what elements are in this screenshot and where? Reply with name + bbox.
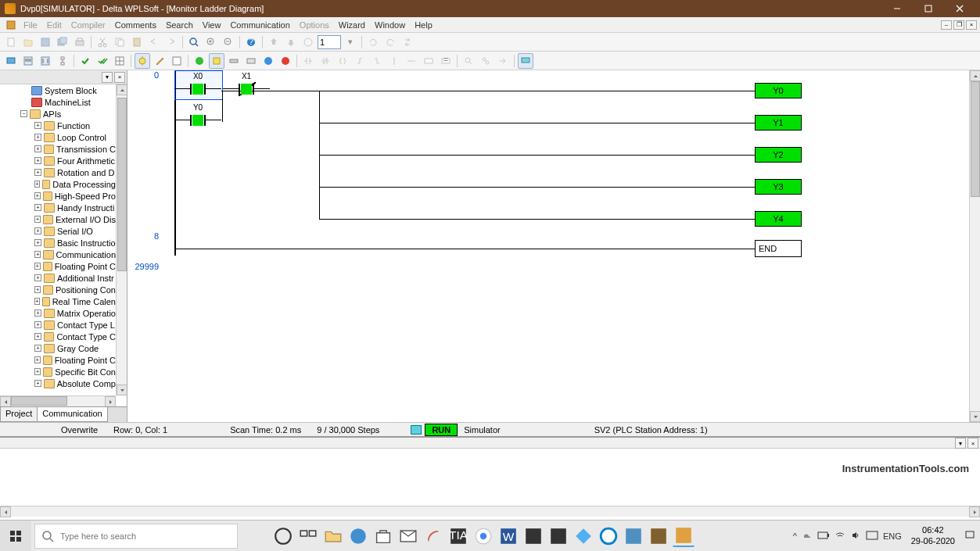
tree-node-api-item[interactable]: +Loop Control xyxy=(0,131,116,143)
tree-node-api-item[interactable]: +Handy Instructi xyxy=(0,202,116,213)
tree-node-api-item[interactable]: +Transmission C xyxy=(0,143,116,155)
menu-help[interactable]: Help xyxy=(410,19,437,31)
sidebar-dropdown-icon[interactable]: ▾ xyxy=(102,72,113,83)
task-app5-icon[interactable] xyxy=(648,525,669,547)
tab-project[interactable]: Project xyxy=(0,407,38,422)
falling-edge-icon[interactable] xyxy=(369,53,385,69)
monitor-mode-icon[interactable] xyxy=(135,53,150,69)
contact-no-icon[interactable] xyxy=(300,53,316,69)
edit-mode-icon[interactable] xyxy=(152,53,167,69)
systray-volume-icon[interactable] xyxy=(850,530,861,542)
systray-clock[interactable]: 06:42 29-06-2020 xyxy=(911,525,955,546)
task-mail-icon[interactable] xyxy=(397,525,419,547)
new-icon[interactable] xyxy=(3,34,19,50)
tree-node-api-item[interactable]: +Gray Code xyxy=(0,342,116,354)
start-button[interactable] xyxy=(0,521,31,552)
device-comment-icon[interactable] xyxy=(518,53,533,69)
taskbar-search[interactable]: Type here to search xyxy=(34,524,238,549)
tree-node-api-item[interactable]: +Floating Point C xyxy=(0,354,116,366)
task-cortana-icon[interactable] xyxy=(272,525,294,547)
sidebar-hscroll[interactable] xyxy=(0,395,116,406)
tree-node-api-item[interactable]: +Positioning Con xyxy=(0,284,116,295)
save-icon[interactable] xyxy=(38,34,53,50)
step-updown-icon[interactable]: ▾ xyxy=(343,34,358,50)
menu-options[interactable]: Options xyxy=(295,19,334,31)
compare-inst-icon[interactable]: = xyxy=(438,53,454,69)
monitor-icon[interactable] xyxy=(3,53,19,69)
tree-node-api-item[interactable]: +Real Time Calen xyxy=(0,295,116,307)
compare-icon[interactable] xyxy=(300,34,316,50)
coil-y3[interactable]: Y3 xyxy=(755,179,802,195)
paste-icon[interactable] xyxy=(129,34,145,50)
zoom-tool-icon[interactable] xyxy=(186,34,202,50)
task-explorer-icon[interactable] xyxy=(322,525,344,547)
table-icon[interactable] xyxy=(112,53,127,69)
tree-node-api-item[interactable]: +Additional Instr xyxy=(0,272,116,284)
find-icon[interactable] xyxy=(461,53,476,69)
task-view-icon[interactable] xyxy=(297,525,319,547)
tree-node-api-item[interactable]: +Contact Type C xyxy=(0,331,116,342)
ladder-canvas[interactable]: 0 8 29999 X0 Y0 X1 xyxy=(127,70,980,422)
zoom-in-icon[interactable] xyxy=(203,34,219,50)
refresh-icon[interactable] xyxy=(365,34,381,50)
canvas-vscroll[interactable] xyxy=(969,70,980,422)
task-chrome-icon[interactable] xyxy=(472,525,494,547)
mdi-restore[interactable]: ❐ xyxy=(953,20,964,30)
saveall-icon[interactable] xyxy=(55,34,70,50)
cut-icon[interactable] xyxy=(95,34,110,50)
mdi-close[interactable]: × xyxy=(966,20,977,30)
output-hscroll[interactable] xyxy=(0,506,980,517)
tree-node-api-item[interactable]: +Contact Type L xyxy=(0,319,116,331)
simulator-icon[interactable] xyxy=(209,53,224,69)
close-button[interactable] xyxy=(944,0,975,17)
help-icon[interactable]: ? xyxy=(243,34,259,50)
tree-node-api-item[interactable]: +Rotation and D xyxy=(0,166,116,178)
tree-node-apis[interactable]: −APIs xyxy=(0,108,116,120)
minimize-button[interactable] xyxy=(881,0,913,17)
online-icon[interactable] xyxy=(260,53,276,69)
compile-all-icon[interactable] xyxy=(95,53,110,69)
tree-node-system-block[interactable]: System Block xyxy=(0,84,116,96)
tree-node-api-item[interactable]: +Four Arithmetic xyxy=(0,155,116,166)
coil-y4[interactable]: Y4 xyxy=(755,211,802,227)
contact-x1[interactable]: X1 xyxy=(223,72,270,96)
online-edit-icon[interactable] xyxy=(169,53,185,69)
menu-file[interactable]: File xyxy=(19,19,42,31)
undo-icon[interactable] xyxy=(146,34,162,50)
step-input[interactable] xyxy=(318,35,341,49)
comm-setting-icon[interactable] xyxy=(243,53,259,69)
output-dropdown-icon[interactable]: ▾ xyxy=(955,438,966,449)
coil-icon[interactable] xyxy=(335,53,350,69)
systray-lang[interactable]: ENG xyxy=(883,531,902,541)
menu-edit[interactable]: Edit xyxy=(42,19,66,31)
print-icon[interactable] xyxy=(72,34,88,50)
ladder-view-icon[interactable] xyxy=(38,53,53,69)
menu-wizard[interactable]: Wizard xyxy=(334,19,370,31)
menu-view[interactable]: View xyxy=(198,19,226,31)
connection-icon[interactable] xyxy=(226,53,242,69)
mdi-minimize[interactable]: – xyxy=(941,20,952,30)
task-app1-icon[interactable] xyxy=(522,525,544,547)
download-icon[interactable] xyxy=(283,34,299,50)
tree-node-api-item[interactable]: +Function xyxy=(0,120,116,131)
menu-comments[interactable]: Comments xyxy=(110,19,161,31)
menu-communication[interactable]: Communication xyxy=(225,19,294,31)
compile-icon[interactable] xyxy=(77,53,93,69)
tab-communication[interactable]: Communication xyxy=(37,407,107,422)
task-teamviewer-icon[interactable] xyxy=(598,525,619,547)
vline-icon[interactable] xyxy=(386,53,402,69)
systray-onedrive-icon[interactable] xyxy=(802,530,813,542)
refresh2-icon[interactable] xyxy=(382,34,398,50)
systray-notifications-icon[interactable] xyxy=(964,530,975,542)
sidebar-vscroll[interactable] xyxy=(116,84,127,395)
systray-battery-icon[interactable] xyxy=(817,531,830,541)
systray-keyboard-icon[interactable] xyxy=(866,531,878,542)
contact-x0[interactable]: X0 xyxy=(174,72,221,96)
tree-node-api-item[interactable]: +Data Processing xyxy=(0,178,116,190)
contact-nc-icon[interactable] xyxy=(318,53,333,69)
coil-y1[interactable]: Y1 xyxy=(755,115,802,131)
systray-wifi-icon[interactable] xyxy=(835,530,845,542)
task-app4-icon[interactable] xyxy=(623,525,644,547)
task-app3-icon[interactable] xyxy=(573,525,594,547)
tree-node-api-item[interactable]: +Absolute Comp xyxy=(0,377,116,389)
